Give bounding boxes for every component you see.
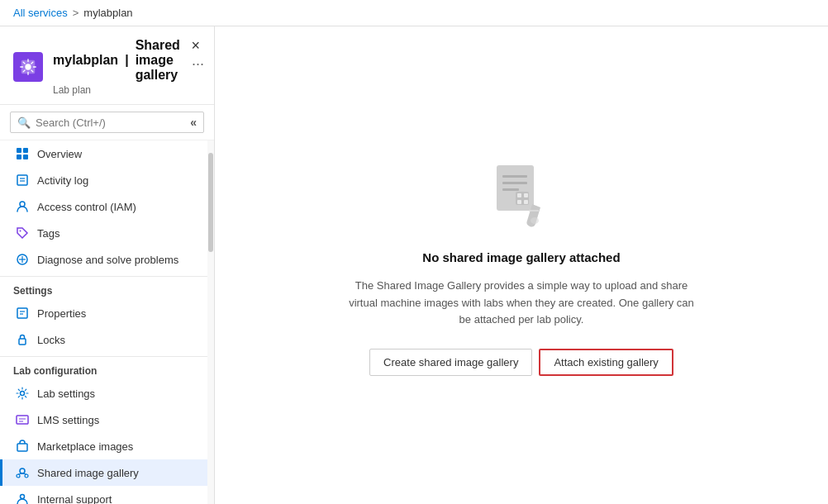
sidebar-label-internal-support: Internal support (37, 493, 112, 505)
internal-support-icon (16, 492, 29, 504)
sidebar-item-lms-settings[interactable]: LMS settings (0, 407, 207, 433)
empty-state-title: No shared image gallery attached (422, 250, 620, 264)
sidebar-nav-container: Overview Activity log (0, 140, 214, 504)
svg-rect-37 (524, 200, 528, 204)
svg-point-23 (20, 468, 25, 473)
svg-point-10 (20, 231, 21, 232)
access-control-icon (16, 200, 29, 213)
sidebar-label-marketplace-images: Marketplace images (37, 440, 133, 453)
sidebar-label-properties: Properties (37, 307, 86, 320)
sidebar-label-access-control: Access control (IAM) (37, 201, 136, 213)
resource-name: mylabplan (53, 53, 118, 68)
breadcrumb-current: mylabplan (83, 7, 132, 19)
search-icon: 🔍 (17, 116, 31, 129)
svg-point-9 (20, 202, 25, 207)
diagnose-icon (16, 253, 29, 266)
svg-point-28 (21, 495, 25, 499)
overview-icon (16, 147, 29, 160)
sidebar-label-lms-settings: LMS settings (37, 414, 99, 426)
svg-rect-36 (517, 200, 521, 204)
empty-state-description: The Shared Image Gallery provides a simp… (348, 278, 695, 329)
activity-log-icon (16, 174, 29, 187)
marketplace-icon (16, 440, 29, 453)
search-input[interactable] (36, 116, 185, 129)
svg-rect-6 (17, 175, 27, 185)
main-area: mylabplan | Shared image gallery ... Lab… (0, 26, 828, 504)
shared-gallery-icon (16, 466, 29, 479)
search-box: 🔍 « (10, 112, 204, 133)
breadcrumb-separator: > (73, 7, 79, 19)
nav-content: Overview Activity log (0, 140, 207, 504)
sidebar-item-tags[interactable]: Tags (0, 220, 207, 246)
title-separator: | (125, 53, 128, 68)
svg-rect-19 (17, 416, 28, 424)
sidebar-label-lab-settings: Lab settings (37, 388, 95, 400)
header-titles: mylabplan | Shared image gallery ... Lab… (53, 38, 209, 96)
settings-section-label: Settings (0, 276, 207, 300)
sidebar-label-tags: Tags (37, 227, 59, 240)
svg-rect-4 (17, 155, 21, 159)
breadcrumb-all-services[interactable]: All services (13, 7, 68, 19)
sidebar-item-diagnose[interactable]: Diagnose and solve problems (0, 246, 207, 273)
svg-rect-2 (17, 148, 21, 153)
svg-rect-35 (524, 193, 528, 197)
sidebar-label-diagnose: Diagnose and solve problems (37, 254, 178, 266)
scrollbar-track (207, 140, 214, 504)
sidebar-item-properties[interactable]: Properties (0, 300, 207, 326)
svg-rect-3 (23, 148, 28, 153)
collapse-icon[interactable]: « (190, 116, 197, 129)
page-title: Shared image gallery (136, 38, 180, 83)
close-button[interactable]: × (187, 36, 204, 55)
sidebar-label-overview: Overview (37, 148, 82, 160)
sidebar-item-lab-settings[interactable]: Lab settings (0, 380, 207, 407)
svg-line-26 (18, 473, 22, 474)
svg-rect-5 (23, 155, 28, 159)
sidebar-item-activity-log[interactable]: Activity log (0, 167, 207, 193)
action-buttons: Create shared image gallery Attach exist… (369, 349, 673, 376)
sidebar-item-locks[interactable]: Locks (0, 326, 207, 353)
svg-rect-34 (517, 193, 521, 197)
scrollbar-thumb (208, 153, 213, 252)
lab-config-section-label: Lab configuration (0, 356, 207, 380)
lms-settings-icon (16, 413, 29, 426)
svg-rect-30 (502, 175, 527, 178)
sidebar-item-access-control[interactable]: Access control (IAM) (0, 193, 207, 220)
svg-rect-32 (502, 188, 519, 191)
attach-gallery-button[interactable]: Attach existing gallery (539, 349, 673, 376)
svg-line-27 (22, 473, 26, 474)
svg-rect-22 (17, 444, 27, 451)
sidebar-item-internal-support[interactable]: Internal support (0, 486, 207, 504)
sidebar-item-overview[interactable]: Overview (0, 140, 207, 167)
create-gallery-button[interactable]: Create shared image gallery (369, 349, 532, 376)
locks-icon (16, 333, 29, 346)
svg-rect-17 (19, 339, 26, 345)
svg-point-18 (21, 392, 25, 396)
resource-icon (13, 52, 43, 82)
breadcrumb-bar: All services > mylabplan (0, 0, 828, 26)
lab-settings-icon (16, 387, 29, 400)
content-page: No shared image gallery attached The Sha… (215, 26, 828, 504)
svg-point-25 (25, 474, 28, 478)
sidebar-scrollbar[interactable] (207, 140, 214, 504)
sidebar-item-shared-image-gallery[interactable]: Shared image gallery (0, 459, 207, 486)
empty-illustration (480, 155, 563, 237)
svg-point-38 (531, 217, 539, 224)
sidebar-label-locks: Locks (37, 334, 65, 346)
svg-point-24 (17, 474, 20, 478)
header-title: mylabplan | Shared image gallery ... (53, 38, 209, 83)
search-box-wrap: 🔍 « (0, 105, 214, 140)
resource-header: mylabplan | Shared image gallery ... Lab… (0, 26, 214, 105)
svg-rect-14 (17, 308, 27, 318)
svg-rect-31 (502, 182, 527, 184)
sidebar-item-marketplace-images[interactable]: Marketplace images (0, 433, 207, 459)
sidebar-label-activity-log: Activity log (37, 174, 88, 187)
content-area: No shared image gallery attached The Sha… (215, 26, 828, 504)
sidebar: mylabplan | Shared image gallery ... Lab… (0, 26, 215, 504)
sidebar-label-shared-image-gallery: Shared image gallery (37, 467, 139, 479)
resource-subtitle: Lab plan (53, 84, 209, 96)
properties-icon (16, 307, 29, 320)
tags-icon (16, 226, 29, 240)
svg-point-1 (25, 64, 31, 69)
